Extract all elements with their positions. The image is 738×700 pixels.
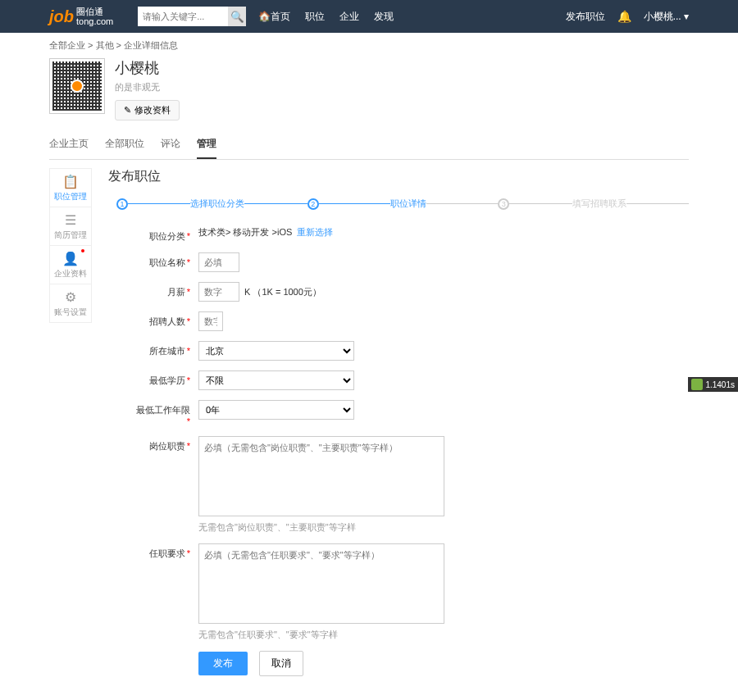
sidebar-item-settings[interactable]: ⚙账号设置 [49,284,92,323]
headcount-input[interactable] [198,311,223,331]
experience-select[interactable]: 0年 [198,400,354,420]
crumb-current: 企业详细信息 [124,40,178,50]
manage-sidebar: 📋职位管理 ☰简历管理 👤企业资料 ⚙账号设置 [49,168,92,686]
cancel-button[interactable]: 取消 [259,651,303,676]
main-nav: 🏠首页 职位 企业 发现 [258,10,394,24]
duty-hint: 无需包含"岗位职责"、"主要职责"等字样 [198,521,689,534]
company-tabs: 企业主页 全部职位 评论 管理 [49,130,689,160]
submit-button[interactable]: 发布 [198,652,248,675]
user-icon: 👤 [62,251,79,266]
tab-reviews[interactable]: 评论 [161,130,180,159]
company-subtitle: 的是非观无 [115,81,180,93]
salary-unit: K （1K = 1000元） [244,286,321,298]
tab-all-jobs[interactable]: 全部职位 [105,130,144,159]
step-1-label: 选择职位分类 [190,198,244,210]
requirement-textarea[interactable] [198,543,444,624]
nav-jobs[interactable]: 职位 [305,10,325,24]
job-name-input[interactable] [198,252,239,272]
step-3-label: 填写招聘联系 [572,198,626,210]
tab-home[interactable]: 企业主页 [49,130,89,159]
top-header: job 圈伯通tong.com 🔍 🏠首页 职位 企业 发现 发布职位 🔔 小樱… [0,0,738,33]
list-icon: ☰ [65,212,76,228]
job-form: 职位分类* 技术类> 移动开发 >iOS 重新选择 职位名称* 月薪* K （1… [133,226,689,676]
step-2-label: 职位详情 [390,198,426,210]
company-name: 小樱桃 [115,58,180,78]
company-header: 小樱桃 的是非观无 ✎修改资料 [49,58,689,120]
reselect-category-link[interactable]: 重新选择 [297,226,333,239]
search-icon: 🔍 [230,11,244,23]
nav-home[interactable]: 🏠首页 [258,10,290,24]
step-3-circle: 3 [498,198,509,210]
category-value: 技术类> 移动开发 >iOS [198,226,292,239]
tab-manage[interactable]: 管理 [197,130,216,159]
user-menu[interactable]: 小樱桃... ▾ [644,10,689,24]
qr-code [49,58,105,114]
salary-input[interactable] [198,282,239,302]
step-2-circle: 2 [308,198,319,210]
requirement-hint: 无需包含"任职要求"、"要求"等字样 [198,629,689,641]
city-select[interactable]: 北京 [198,341,354,361]
jobs-icon: 📋 [62,174,79,189]
crumb-other[interactable]: 其他 [96,40,114,50]
sidebar-item-company[interactable]: 👤企业资料 [49,245,92,284]
nav-company[interactable]: 企业 [339,10,359,24]
breadcrumb: 全部企业 > 其他 > 企业详细信息 [49,33,689,58]
search-button[interactable]: 🔍 [228,7,246,26]
duty-textarea[interactable] [198,436,444,516]
sidebar-item-resume[interactable]: ☰简历管理 [49,207,92,246]
education-select[interactable]: 不限 [198,370,354,390]
bell-icon[interactable]: 🔔 [617,10,631,23]
post-job-link[interactable]: 发布职位 [566,10,605,24]
step-1-circle: 1 [116,198,128,210]
crumb-all[interactable]: 全部企业 [49,40,85,50]
edit-company-button[interactable]: ✎修改资料 [115,100,180,120]
search-input[interactable] [138,7,228,26]
edit-icon: ✎ [124,105,131,116]
logo[interactable]: job 圈伯通tong.com [49,7,113,26]
step-indicator: 1选择职位分类 2职位详情 3填写招聘联系 [116,198,689,210]
nav-discover[interactable]: 发现 [374,10,394,24]
gear-icon: ⚙ [65,289,76,305]
home-icon: 🏠 [258,11,271,22]
page-title: 发布职位 [108,168,689,185]
performance-badge: 1.1401s [688,377,738,392]
notification-dot [81,249,84,252]
sidebar-item-jobs[interactable]: 📋职位管理 [49,168,92,207]
